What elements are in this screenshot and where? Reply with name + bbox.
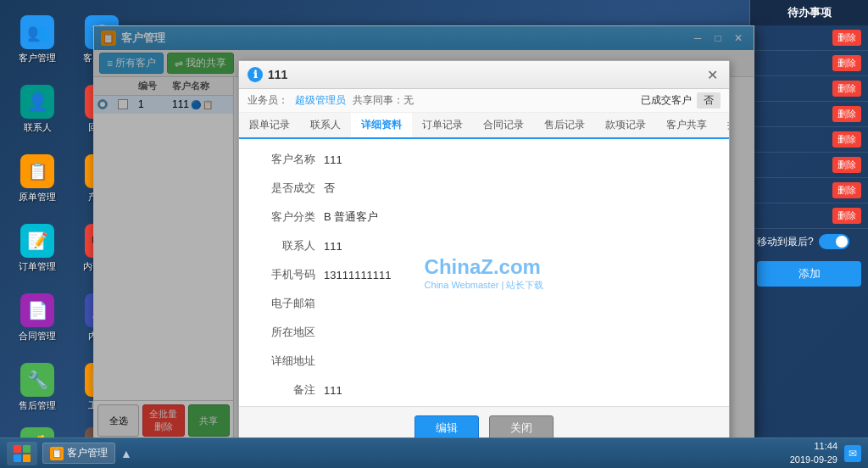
main-window: 📋 客户管理 ─ □ ✕ ≡ 所有客户 ⇌ 我的共享 bbox=[93, 25, 754, 441]
taskbar-item-icon: 📋 bbox=[50, 447, 64, 460]
close-dialog-button[interactable]: 关闭 bbox=[489, 415, 554, 440]
move-to-last-toggle[interactable] bbox=[819, 234, 849, 249]
form-row-category: 客户分类 B 普通客户 bbox=[256, 207, 712, 227]
tab-share[interactable]: 客户共享 bbox=[656, 113, 717, 139]
yuandan-icon: 📋 bbox=[20, 154, 54, 188]
desktop: 👥 客户管理 🏢 客户公司 👤 联系人 🗑 回收站 📋 原单管理 📦 产品列 📝… bbox=[0, 0, 868, 468]
sidebar-item-kehu[interactable]: 👥 客户管理 bbox=[7, 7, 68, 73]
form-value-phone: 13111111111 bbox=[324, 269, 712, 281]
delete-button-2[interactable]: 删除 bbox=[832, 55, 861, 71]
move-to-last-label: 移动到最后? bbox=[757, 235, 814, 249]
delete-button-1[interactable]: 删除 bbox=[832, 30, 861, 46]
converted-label: 已成交客户 bbox=[641, 93, 692, 108]
sidebar-item-hetong[interactable]: 📄 合同管理 bbox=[7, 285, 68, 351]
list-item: 删除 bbox=[750, 51, 868, 76]
sidebar-item-lianxiren[interactable]: 👤 联系人 bbox=[7, 76, 68, 142]
dialog-close-button[interactable]: ✕ bbox=[704, 77, 721, 83]
delete-button-4[interactable]: 删除 bbox=[832, 106, 861, 122]
yuandan-label: 原单管理 bbox=[19, 192, 56, 203]
tab-detail[interactable]: 详细资料 bbox=[351, 113, 412, 139]
tab-after[interactable]: 售后记录 bbox=[534, 113, 595, 139]
clock-date: 2019-09-29 bbox=[790, 454, 837, 466]
dialog-meta: 业务员： 超级管理员 共享同事：无 已成交客户 否 bbox=[239, 89, 729, 113]
move-to-last-row: 移动到最后? bbox=[750, 229, 868, 254]
dingdan-label: 订单管理 bbox=[19, 261, 56, 272]
form-row-region: 所在地区 bbox=[256, 322, 712, 343]
tab-payment[interactable]: 款项记录 bbox=[595, 113, 656, 139]
form-label-contact: 联系人 bbox=[256, 238, 324, 254]
mail-icon[interactable]: ✉ bbox=[844, 445, 861, 462]
form-row-remark: 备注 111 bbox=[256, 380, 712, 400]
salesperson-link[interactable]: 超级管理员 bbox=[295, 93, 346, 108]
tab-contact[interactable]: 联系人 bbox=[300, 113, 351, 139]
edit-button[interactable]: 编辑 bbox=[415, 415, 479, 440]
tab-operation[interactable]: 操作记录 bbox=[717, 113, 729, 139]
right-panel: 待办事项 删除 删除 删除 删除 删除 删除 删除 bbox=[749, 0, 868, 437]
shouhou-label: 售后管理 bbox=[19, 400, 56, 411]
dialog-header: ℹ 111 ✕ bbox=[239, 77, 729, 89]
form-row-address: 详细地址 bbox=[256, 351, 712, 371]
detail-dialog: ℹ 111 ✕ 业务员： 超级管理员 共享同事：无 已成交客户 否 bbox=[238, 77, 730, 440]
form-label-name: 客户名称 bbox=[256, 152, 324, 167]
tab-contract[interactable]: 合同记录 bbox=[473, 113, 534, 139]
kehu-icon: 👥 bbox=[20, 15, 54, 49]
form-label-category: 客户分类 bbox=[256, 209, 324, 225]
dialog-title: ℹ 111 bbox=[248, 77, 287, 82]
notify-icon: ▲ bbox=[120, 447, 132, 460]
list-item: 删除 bbox=[750, 102, 868, 127]
form-value-category: B 普通客户 bbox=[324, 209, 712, 225]
info-icon: ℹ bbox=[248, 77, 263, 82]
taskbar-item-kehu[interactable]: 📋 客户管理 bbox=[42, 443, 115, 464]
main-content: 编号 客户名称 1 111 🔵 📋 全选 全批量删除 bbox=[94, 77, 754, 440]
form-row-converted: 是否成交 否 bbox=[256, 178, 712, 198]
hetong-icon: 📄 bbox=[20, 293, 54, 327]
converted-value: 否 bbox=[697, 92, 721, 109]
form-row-phone: 手机号码 13111111111 bbox=[256, 265, 712, 285]
hetong-label: 合同管理 bbox=[19, 331, 56, 342]
dialog-footer: 编辑 关闭 bbox=[239, 406, 729, 440]
taskbar: 📋 客户管理 ▲ 11:44 2019-09-29 ✉ bbox=[0, 437, 868, 468]
dingdan-icon: 📝 bbox=[20, 224, 54, 258]
list-item: 删除 bbox=[750, 127, 868, 153]
form-label-phone: 手机号码 bbox=[256, 267, 324, 282]
converted-customer: 已成交客户 否 bbox=[641, 92, 721, 109]
list-item: 删除 bbox=[750, 153, 868, 178]
sidebar-item-yuandan[interactable]: 📋 原单管理 bbox=[7, 146, 68, 212]
add-button[interactable]: 添加 bbox=[757, 261, 861, 287]
taskbar-item-label: 客户管理 bbox=[67, 446, 108, 460]
list-item: 删除 bbox=[750, 203, 868, 229]
sidebar-item-dingdan[interactable]: 📝 订单管理 bbox=[7, 215, 68, 281]
dialog-title-text: 111 bbox=[268, 77, 287, 81]
add-btn-panel: 添加 bbox=[757, 261, 861, 287]
tab-bar: 跟单记录 联系人 详细资料 订单记录 合同记录 售后记录 款项记录 客户共享 操… bbox=[239, 113, 729, 139]
taskbar-notify: ▲ bbox=[120, 447, 132, 460]
lianxiren-icon: 👤 bbox=[20, 85, 54, 119]
shouhou-icon: 🔧 bbox=[20, 363, 54, 397]
dialog-overlay: ℹ 111 ✕ 业务员： 超级管理员 共享同事：无 已成交客户 否 bbox=[94, 77, 754, 440]
form-label-converted: 是否成交 bbox=[256, 181, 324, 196]
list-item: 删除 bbox=[750, 25, 868, 51]
delete-button-7[interactable]: 删除 bbox=[832, 182, 861, 198]
kehu-label: 客户管理 bbox=[19, 53, 56, 64]
delete-button-5[interactable]: 删除 bbox=[832, 131, 861, 148]
form-value-converted: 否 bbox=[324, 181, 712, 196]
form-row-email: 电子邮箱 bbox=[256, 293, 712, 314]
form-value-contact: 111 bbox=[324, 240, 712, 253]
form-row-contact: 联系人 111 bbox=[256, 236, 712, 256]
windows-icon bbox=[14, 445, 31, 462]
delete-button-6[interactable]: 删除 bbox=[832, 157, 861, 173]
tab-recent[interactable]: 跟单记录 bbox=[239, 113, 300, 139]
delete-button-3[interactable]: 删除 bbox=[832, 81, 861, 97]
sidebar-item-shouhou[interactable]: 🔧 售后管理 bbox=[7, 354, 68, 421]
form-label-email: 电子邮箱 bbox=[256, 296, 324, 311]
shared-label: 共享同事：无 bbox=[353, 93, 414, 108]
delete-button-8[interactable]: 删除 bbox=[832, 208, 861, 224]
taskbar-clock: 11:44 2019-09-29 bbox=[790, 440, 837, 466]
start-button[interactable] bbox=[7, 442, 37, 465]
form-row-name: 客户名称 111 bbox=[256, 149, 712, 170]
tab-order[interactable]: 订单记录 bbox=[412, 113, 473, 139]
form-value-name: 111 bbox=[324, 153, 712, 166]
clock-time: 11:44 bbox=[790, 440, 837, 453]
right-panel-header: 待办事项 bbox=[750, 0, 868, 25]
form-label-region: 所在地区 bbox=[256, 325, 324, 340]
